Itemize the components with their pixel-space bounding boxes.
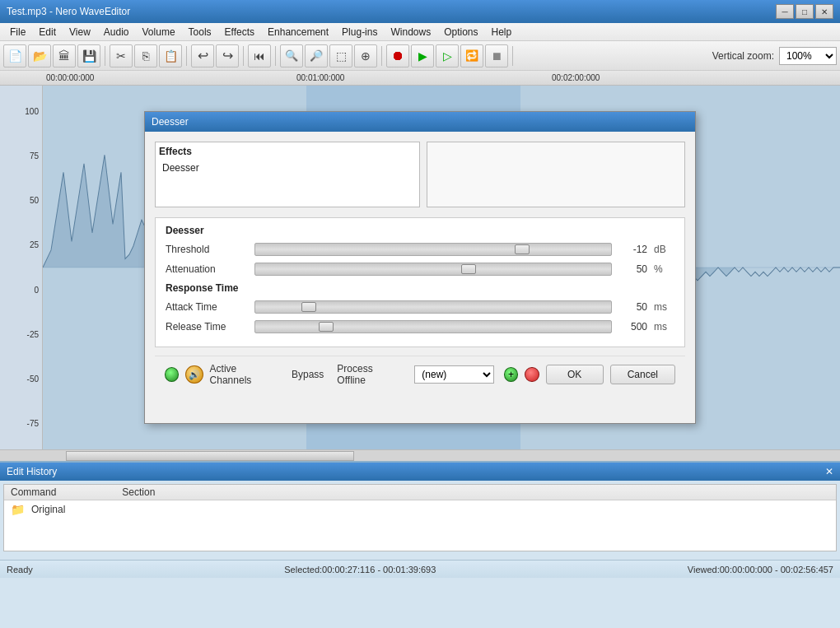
maximize-button[interactable]: □ bbox=[796, 4, 814, 19]
threshold-unit: dB bbox=[654, 244, 674, 255]
new-button[interactable] bbox=[3, 44, 26, 67]
zoom-in-button[interactable] bbox=[280, 44, 303, 67]
loop-button[interactable] bbox=[460, 44, 483, 67]
waveform-container: 00:00:00:000 00:01:00:000 00:02:00:000 1… bbox=[0, 71, 840, 449]
zoom-out-button[interactable] bbox=[305, 44, 328, 67]
dialog-title-bar: Deesser bbox=[145, 112, 695, 132]
sep4 bbox=[275, 46, 276, 66]
menu-enhancement[interactable]: Enhancement bbox=[261, 25, 335, 40]
menu-options[interactable]: Options bbox=[437, 25, 484, 40]
cut-button[interactable] bbox=[110, 44, 133, 67]
ok-button[interactable]: OK bbox=[546, 365, 604, 384]
history-col-section: Section bbox=[122, 486, 155, 498]
menu-effects[interactable]: Effects bbox=[218, 25, 261, 40]
paste-button[interactable] bbox=[159, 44, 182, 67]
history-row-original[interactable]: 📁 Original bbox=[4, 500, 836, 519]
folder-icon: 📁 bbox=[11, 503, 25, 516]
attenuation-row: Attenuation 50 % bbox=[166, 263, 674, 276]
zoom-in-icon bbox=[285, 49, 298, 62]
menu-view[interactable]: View bbox=[63, 25, 97, 40]
window-title: Test.mp3 - Nero WaveEditor bbox=[7, 6, 130, 17]
zoom-out-icon bbox=[310, 49, 323, 62]
stop-icon bbox=[491, 49, 502, 63]
process-offline-label[interactable]: Process Offline bbox=[337, 363, 401, 386]
menu-help[interactable]: Help bbox=[485, 25, 519, 40]
effects-list-header: Effects bbox=[159, 146, 416, 157]
status-viewed: Viewed:00:00:00:000 - 00:02:56:457 bbox=[688, 565, 833, 575]
play-sel-button[interactable] bbox=[436, 44, 459, 67]
play-button[interactable] bbox=[411, 44, 434, 67]
edit-history-title: Edit History ✕ bbox=[0, 463, 840, 481]
threshold-row: Threshold -12 dB bbox=[166, 243, 674, 256]
h-scrollbar[interactable] bbox=[0, 449, 840, 461]
select-icon bbox=[336, 49, 347, 63]
attack-thumb[interactable] bbox=[301, 302, 316, 312]
redo-icon bbox=[222, 48, 233, 63]
threshold-label: Threshold bbox=[166, 244, 248, 255]
open-icon bbox=[33, 49, 47, 63]
stop-button[interactable] bbox=[485, 44, 508, 67]
title-bar: Test.mp3 - Nero WaveEditor ─ □ ✕ bbox=[0, 0, 840, 23]
edit-history-close-button[interactable]: ✕ bbox=[825, 466, 833, 477]
menu-tools[interactable]: Tools bbox=[182, 25, 218, 40]
zoom-sel-icon bbox=[361, 49, 371, 63]
effects-preview bbox=[427, 142, 685, 207]
save-button[interactable] bbox=[77, 44, 100, 67]
menu-edit[interactable]: Edit bbox=[32, 25, 63, 40]
title-bar-buttons: ─ □ ✕ bbox=[776, 4, 833, 19]
redo-button[interactable] bbox=[216, 44, 239, 67]
active-channels-label: Active Channels bbox=[210, 363, 278, 386]
begin-button[interactable] bbox=[248, 44, 271, 67]
deesser-section-title: Deesser bbox=[166, 225, 674, 236]
attack-unit: ms bbox=[654, 301, 674, 313]
attenuation-slider[interactable] bbox=[254, 263, 612, 276]
menu-windows[interactable]: Windows bbox=[384, 25, 437, 40]
new-icon bbox=[8, 49, 22, 63]
menu-audio[interactable]: Audio bbox=[97, 25, 136, 40]
threshold-slider[interactable] bbox=[254, 243, 612, 256]
h-scrollbar-thumb[interactable] bbox=[66, 451, 354, 461]
effects-list-item-deesser[interactable]: Deesser bbox=[159, 160, 416, 175]
zoom-sel-button[interactable] bbox=[354, 44, 377, 67]
zoom-combo[interactable]: 100% bbox=[779, 47, 837, 65]
active-indicator[interactable] bbox=[165, 367, 179, 382]
response-time-title: Response Time bbox=[166, 282, 674, 294]
threshold-thumb[interactable] bbox=[515, 244, 530, 254]
bypass-label[interactable]: Bypass bbox=[292, 369, 324, 380]
minimize-button[interactable]: ─ bbox=[776, 4, 794, 19]
effects-section: Effects Deesser bbox=[155, 142, 685, 207]
add-preset-button[interactable]: + bbox=[504, 367, 518, 382]
menu-bar: File Edit View Audio Volume Tools Effect… bbox=[0, 23, 840, 41]
record-icon bbox=[391, 49, 404, 63]
preset-dropdown[interactable]: (new) bbox=[414, 365, 494, 384]
ruler-mark-0: 00:00:00:000 bbox=[46, 73, 94, 82]
record-button[interactable] bbox=[386, 44, 409, 67]
menu-file[interactable]: File bbox=[3, 25, 32, 40]
history-button[interactable] bbox=[53, 44, 76, 67]
open-button[interactable] bbox=[28, 44, 51, 67]
release-row: Release Time 500 ms bbox=[166, 320, 674, 333]
undo-button[interactable] bbox=[191, 44, 214, 67]
release-thumb[interactable] bbox=[319, 322, 334, 332]
menu-volume[interactable]: Volume bbox=[136, 25, 182, 40]
menu-plugins[interactable]: Plug-ins bbox=[335, 25, 384, 40]
dialog-body: Effects Deesser Deesser Threshold -12 bbox=[145, 132, 695, 402]
attack-label: Attack Time bbox=[166, 301, 248, 313]
attack-slider[interactable] bbox=[254, 300, 612, 314]
speaker-icon[interactable]: 🔊 bbox=[185, 365, 203, 384]
time-ruler: 00:00:00:000 00:01:00:000 00:02:00:000 bbox=[0, 71, 840, 86]
remove-preset-button[interactable] bbox=[525, 367, 539, 382]
cancel-button[interactable]: Cancel bbox=[610, 365, 675, 384]
release-slider[interactable] bbox=[254, 320, 612, 333]
deesser-section: Deesser Threshold -12 dB Attenuation bbox=[155, 217, 685, 347]
copy-button[interactable] bbox=[134, 44, 157, 67]
select-button[interactable] bbox=[329, 44, 352, 67]
close-button[interactable]: ✕ bbox=[815, 4, 833, 19]
play-icon bbox=[418, 49, 427, 63]
edit-history-body: Command Section 📁 Original bbox=[3, 484, 837, 551]
attenuation-thumb[interactable] bbox=[461, 264, 476, 274]
attenuation-value: 50 bbox=[618, 263, 647, 275]
attack-value: 50 bbox=[618, 301, 647, 313]
dialog-title-text: Deesser bbox=[152, 116, 189, 128]
dialog-overlay: Deesser Effects Deesser Deesser bbox=[0, 86, 840, 449]
